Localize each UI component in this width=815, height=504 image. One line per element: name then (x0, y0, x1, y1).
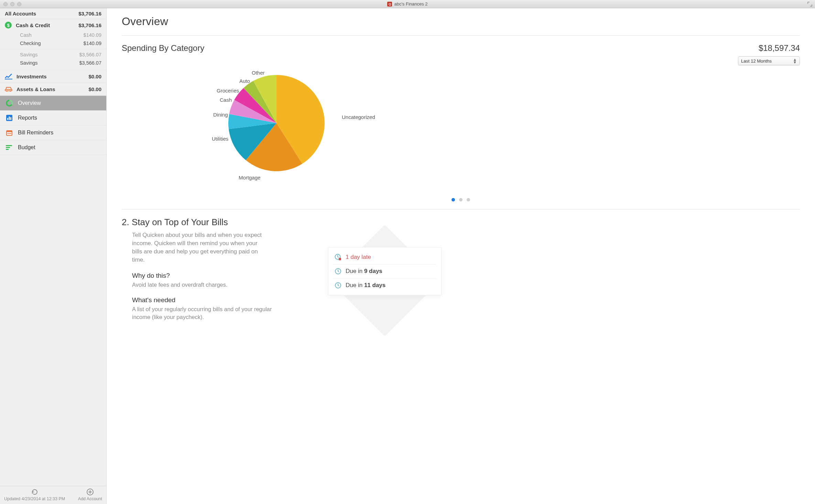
svg-rect-6 (9, 117, 10, 120)
account-row-checking[interactable]: Checking $140.09 (0, 39, 106, 47)
clock-icon (335, 282, 341, 289)
chart-label: Cash (220, 97, 232, 103)
window-title: abc's Finances 2 (394, 1, 427, 7)
pager-dot-2[interactable] (459, 198, 463, 201)
dollar-icon: $ (5, 22, 12, 29)
chart-label: Utilities (212, 136, 228, 142)
sidebar-all-accounts[interactable]: All Accounts $3,706.16 (0, 8, 106, 19)
spending-heading: Spending By Category (122, 43, 204, 53)
why-text: Avoid late fees and overdraft charges. (132, 281, 276, 289)
svg-rect-7 (10, 117, 11, 120)
svg-rect-10 (8, 133, 9, 134)
investments-amount: $0.00 (88, 74, 101, 79)
sidebar-investments[interactable]: Investments $0.00 (0, 70, 106, 83)
nav-reports-label: Reports (18, 115, 37, 121)
group-header-amount: $3,566.07 (79, 52, 101, 57)
app-icon: Q (387, 2, 392, 7)
spending-chart[interactable]: UncategorizedMortgageUtilitiesDiningCash… (122, 69, 800, 196)
cash-credit-amount: $3,706.16 (78, 22, 101, 28)
assets-loans-amount: $0.00 (88, 86, 101, 92)
main-content: Overview Spending By Category $18,597.34… (107, 8, 815, 504)
account-amount: $3,566.07 (79, 60, 101, 66)
svg-rect-11 (9, 133, 10, 134)
minimize-window-icon[interactable] (10, 2, 14, 6)
overview-icon (6, 99, 13, 107)
account-name: Savings (20, 60, 38, 66)
close-window-icon[interactable] (3, 2, 8, 6)
nav-overview-label: Overview (18, 100, 41, 106)
cash-credit-label: Cash & Credit (16, 22, 50, 28)
pager-dot-3[interactable] (467, 198, 470, 201)
svg-rect-12 (10, 133, 11, 134)
sidebar-assets-loans[interactable]: Assets & Loans $0.00 (0, 83, 106, 96)
nav-bill-reminders-label: Bill Reminders (18, 130, 53, 136)
bill-due-text: Due in 11 days (346, 282, 385, 289)
chart-label: Dining (213, 112, 228, 118)
add-account-label[interactable]: Add Account (78, 496, 102, 501)
page-title: Overview (122, 15, 800, 28)
svg-point-1 (6, 90, 7, 91)
account-row-savings[interactable]: Savings $3,566.07 (0, 59, 106, 67)
nav-bill-reminders[interactable]: Bill Reminders (0, 125, 106, 140)
time-range-select[interactable]: Last 12 Months ▲▼ (738, 56, 800, 65)
fullscreen-icon[interactable] (807, 2, 812, 7)
clock-late-icon (335, 254, 341, 261)
account-group: Cash $140.09 (0, 31, 106, 39)
pager-dot-1[interactable] (452, 198, 455, 201)
account-name: Checking (20, 41, 41, 46)
car-icon (5, 85, 12, 93)
add-icon[interactable] (86, 488, 94, 496)
bill-late-text: 1 day late (346, 254, 371, 261)
svg-rect-13 (6, 145, 12, 146)
donut-hole (154, 101, 193, 140)
nav-budget[interactable]: Budget (0, 140, 106, 155)
section-2-desc: Tell Quicken about your bills and when y… (122, 231, 266, 264)
investments-label: Investments (17, 74, 47, 79)
clock-icon (335, 268, 341, 275)
account-group: Savings $3,566.07 (0, 51, 106, 59)
nav-overview[interactable]: Overview (0, 96, 106, 110)
sidebar-cash-credit[interactable]: $ Cash & Credit $3,706.16 (0, 19, 106, 31)
chart-label: Other (252, 70, 265, 76)
what-heading: What's needed (132, 296, 314, 304)
section-2-title: 2. Stay on Top of Your Bills (122, 217, 314, 228)
refresh-icon[interactable] (31, 488, 39, 496)
time-range-value: Last 12 Months (741, 58, 772, 64)
divider (122, 35, 800, 36)
bill-row-2: Due in 11 days (333, 278, 436, 292)
zoom-window-icon[interactable] (17, 2, 21, 6)
group-header: Savings (20, 52, 38, 57)
svg-rect-5 (7, 118, 8, 120)
budget-icon (6, 144, 13, 151)
why-heading: Why do this? (132, 272, 314, 280)
assets-loans-label: Assets & Loans (17, 86, 55, 92)
bills-preview-card: 1 day late Due in 9 days Due in 11 days (328, 247, 442, 295)
chart-label: Uncategorized (342, 114, 375, 120)
svg-rect-18 (339, 258, 341, 260)
account-amount: $140.09 (84, 41, 101, 46)
all-accounts-label: All Accounts (5, 11, 36, 17)
bill-due-text: Due in 9 days (346, 268, 382, 275)
reports-icon (6, 114, 13, 122)
nav-reports[interactable]: Reports (0, 110, 106, 125)
sidebar-footer: Updated 4/23/2014 at 12:33 PM Add Accoun… (0, 486, 106, 504)
select-updown-icon: ▲▼ (793, 58, 797, 64)
svg-rect-15 (6, 149, 9, 150)
chart-label: Groceries (217, 88, 239, 94)
what-text: A list of your regularly occurring bills… (132, 305, 276, 321)
calendar-icon (6, 129, 13, 136)
chart-label: Mortgage (239, 175, 260, 180)
svg-rect-14 (6, 147, 10, 148)
bill-row-late: 1 day late (333, 250, 436, 264)
group-header: Cash (20, 32, 32, 38)
window-titlebar: Q abc's Finances 2 (0, 0, 815, 8)
svg-rect-9 (7, 131, 12, 132)
spending-total: $18,597.34 (738, 43, 800, 53)
svg-point-2 (10, 90, 11, 91)
svg-rect-0 (5, 89, 12, 91)
sidebar: All Accounts $3,706.16 $ Cash & Credit $… (0, 8, 107, 504)
chart-pager (122, 198, 800, 201)
group-header-amount: $140.09 (84, 32, 101, 38)
bill-row-1: Due in 9 days (333, 264, 436, 278)
divider (122, 209, 800, 209)
